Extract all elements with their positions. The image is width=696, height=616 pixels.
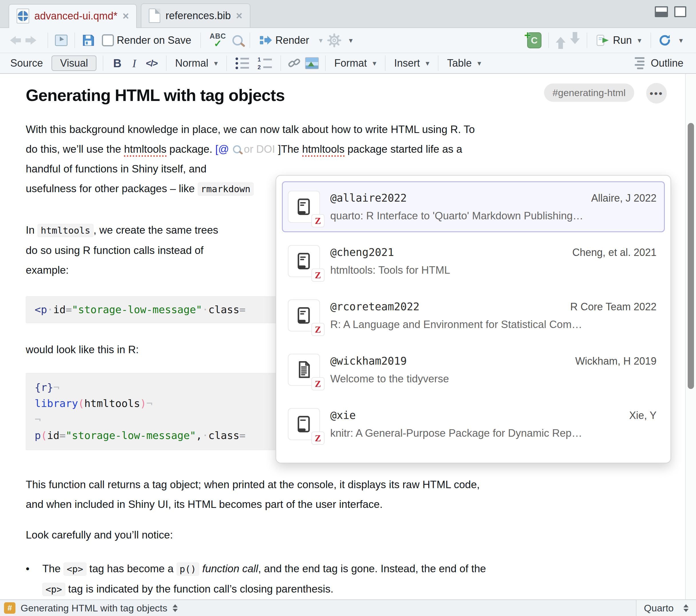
- next-chunk-icon[interactable]: [570, 32, 580, 49]
- format-menu[interactable]: Format ▾: [332, 55, 379, 71]
- divider: [75, 33, 75, 48]
- run-icon: [597, 34, 610, 47]
- render-icon: [259, 35, 272, 46]
- paragraph-line: <p> tag is indicated by the function cal…: [42, 579, 486, 599]
- inline-code: <p>: [42, 583, 65, 596]
- citation-title: htmltools: Tools for HTML: [330, 264, 657, 276]
- divider: [438, 55, 439, 71]
- zotero-icon: Z: [311, 323, 325, 336]
- render-dropdown-icon[interactable]: ▾: [319, 36, 322, 45]
- divider: [325, 55, 326, 71]
- citation-item-xie[interactable]: Z @xie Xie, Y knitr: A General-Purpose P…: [282, 399, 665, 450]
- citation-item-rcoreteam2022[interactable]: Z @rcoreteam2022 R Core Team 2022 R: A L…: [282, 290, 665, 341]
- bold-button[interactable]: B: [110, 57, 125, 70]
- open-in-new-window-icon[interactable]: [55, 35, 67, 46]
- render-on-save-control: Render on Save: [99, 33, 193, 48]
- chevron-down-icon: ▾: [426, 59, 429, 68]
- save-icon[interactable]: [82, 34, 95, 47]
- citation-id: @wickham2019: [330, 355, 407, 367]
- paragraph-line: This function call returns a tag object;…: [26, 475, 652, 495]
- divider: [103, 55, 103, 71]
- editor-status-bar: # Generating HTML with tag objects Quart…: [0, 599, 696, 616]
- previous-chunk-icon[interactable]: [556, 32, 566, 49]
- visual-mode-button[interactable]: Visual: [51, 55, 96, 71]
- paragraph-line: do this, we’ll use the htmltools package…: [26, 139, 652, 159]
- citation-author: Cheng, et al. 2021: [572, 246, 657, 259]
- zotero-icon: Z: [311, 214, 325, 227]
- insert-menu[interactable]: Insert ▾: [392, 55, 431, 71]
- divider: [385, 55, 385, 71]
- link-icon[interactable]: [287, 56, 301, 70]
- section-navigator[interactable]: Generating HTML with tag objects: [21, 603, 168, 614]
- code-format-button[interactable]: </>: [144, 58, 160, 69]
- citation-title: quarto: R Interface to 'Quarto' Markdown…: [330, 210, 657, 222]
- citation-author: Xie, Y: [629, 409, 657, 422]
- paragraph-line: With this background knowledge in place,…: [26, 119, 652, 139]
- scrollbar-thumb[interactable]: [688, 123, 694, 389]
- insert-menu-label: Insert: [394, 57, 420, 69]
- render-on-save-checkbox[interactable]: [102, 34, 114, 46]
- italic-button[interactable]: I: [129, 56, 139, 70]
- citation-field-start[interactable]: [@: [215, 143, 229, 155]
- close-icon[interactable]: ×: [123, 11, 129, 21]
- divider: [226, 55, 227, 71]
- table-menu-label: Table: [447, 57, 472, 69]
- run-button[interactable]: Run ▾: [594, 32, 644, 48]
- source-mode-button[interactable]: Source: [3, 57, 48, 69]
- citation-author: R Core Team 2022: [570, 301, 657, 313]
- search-icon: [233, 145, 241, 153]
- spellcheck-icon[interactable]: ABC✓: [208, 33, 228, 48]
- search-icon[interactable]: [232, 35, 243, 46]
- divider: [650, 33, 651, 48]
- divider: [48, 33, 48, 48]
- pane-minimize-icon[interactable]: [655, 6, 668, 17]
- chevron-down-icon: ▾: [477, 59, 481, 68]
- bullet-list-icon[interactable]: [233, 58, 251, 69]
- quarto-file-icon: [17, 9, 29, 23]
- zotero-icon: Z: [311, 377, 325, 390]
- pane-maximize-icon[interactable]: [674, 6, 686, 17]
- table-menu[interactable]: Table ▾: [445, 55, 484, 71]
- rerun-source-icon[interactable]: [658, 33, 672, 47]
- document-mode-selector[interactable]: Quarto: [636, 600, 696, 616]
- outline-toggle[interactable]: Outline: [632, 55, 686, 71]
- tab-label: references.bib: [165, 10, 231, 22]
- forward-icon[interactable]: [26, 36, 41, 45]
- tab-advanced-ui-qmd[interactable]: advanced-ui.qmd* ×: [9, 4, 137, 28]
- inline-code: rmarkdown: [198, 182, 254, 196]
- book-icon: Z: [288, 191, 320, 223]
- image-icon[interactable]: [305, 57, 319, 69]
- gear-icon[interactable]: [327, 33, 342, 47]
- insert-chunk-icon[interactable]: C: [527, 32, 541, 48]
- close-icon[interactable]: ×: [236, 10, 242, 21]
- section-selector-arrows-icon[interactable]: [173, 602, 178, 615]
- citation-id: @xie: [330, 409, 356, 422]
- citation-item-wickham2019[interactable]: Z @wickham2019 Wickham, H 2019 Welcome t…: [282, 344, 665, 395]
- vertical-scrollbar[interactable]: [685, 74, 696, 599]
- tab-references-bib[interactable]: references.bib ×: [141, 3, 250, 28]
- citation-item-cheng2021[interactable]: Z @cheng2021 Cheng, et al. 2021 htmltool…: [282, 236, 665, 287]
- numbered-list-icon[interactable]: 1 2: [255, 56, 274, 70]
- paragraph-style-label: Normal: [175, 57, 208, 69]
- gear-dropdown-icon[interactable]: ▾: [349, 36, 352, 45]
- bullet-marker: •: [26, 559, 42, 599]
- citation-item-allaire2022[interactable]: Z @allaire2022 Allaire, J 2022 quarto: R…: [282, 181, 665, 232]
- citation-title: R: A Language and Environment for Statis…: [330, 319, 657, 330]
- spellcheck-underline: htmltools: [124, 143, 166, 157]
- run-dropdown-icon[interactable]: ▾: [638, 36, 641, 45]
- section-options-button[interactable]: •••: [646, 83, 667, 103]
- inline-code: p(): [177, 563, 200, 576]
- render-button[interactable]: Render: [257, 33, 311, 48]
- back-icon[interactable]: [6, 36, 21, 45]
- divider: [281, 55, 281, 71]
- divider: [250, 33, 250, 48]
- visual-editor-toolbar: Source Visual B I </> Normal ▾ 1 2 Forma…: [0, 53, 696, 74]
- rerun-dropdown-icon[interactable]: ▾: [679, 36, 683, 45]
- paragraph-line: and when included in Shiny UI, its HTML …: [26, 495, 652, 514]
- book-icon: Z: [288, 245, 320, 277]
- divider: [200, 33, 201, 48]
- inline-code: <p>: [64, 563, 86, 576]
- paragraph-style-dropdown[interactable]: Normal ▾: [173, 55, 220, 71]
- file-icon: [149, 9, 160, 23]
- citation-autocomplete-popup: Z @allaire2022 Allaire, J 2022 quarto: R…: [275, 175, 671, 463]
